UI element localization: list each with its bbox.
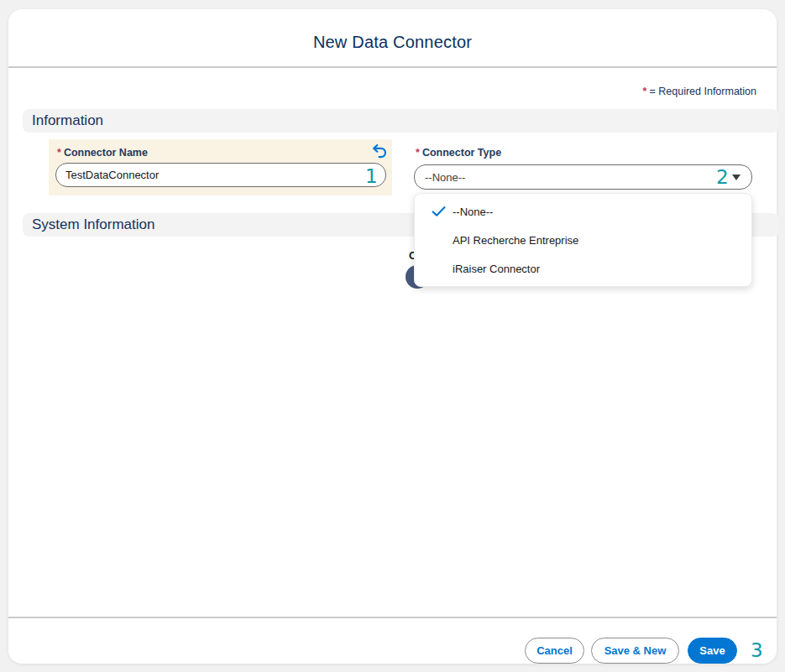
connector-type-selected-value: --None--: [425, 171, 465, 184]
required-information-note: *= Required Information: [643, 86, 756, 97]
connector-name-label: *Connector Name: [57, 147, 148, 159]
cancel-button[interactable]: Cancel: [525, 638, 584, 664]
new-data-connector-modal: New Data Connector *= Required Informati…: [8, 9, 777, 664]
chevron-down-icon: [732, 175, 741, 180]
check-icon: [432, 206, 453, 217]
section-title: System Information: [32, 216, 154, 233]
save-button[interactable]: Save: [688, 638, 737, 664]
annotation-marker-1: 1: [365, 167, 378, 186]
connector-name-field-group: *Connector Name: [49, 139, 392, 195]
header-divider: [8, 66, 777, 68]
connector-type-select[interactable]: --None--: [414, 164, 752, 190]
dropdown-option-label: iRaiser Connector: [453, 263, 540, 275]
required-asterisk: *: [643, 86, 647, 97]
section-title: Information: [32, 112, 103, 129]
connector-type-label: *Connector Type: [416, 147, 501, 159]
dropdown-option-none[interactable]: --None--: [415, 197, 751, 226]
modal-header: New Data Connector: [8, 9, 777, 67]
connector-name-input[interactable]: [55, 163, 386, 187]
section-header-information: Information: [23, 109, 779, 133]
annotation-marker-2: 2: [716, 168, 729, 187]
required-asterisk: *: [416, 147, 420, 159]
save-and-new-button[interactable]: Save & New: [591, 638, 679, 664]
undo-icon[interactable]: [371, 143, 388, 160]
connector-type-dropdown-list: --None-- API Recherche Entreprise iRaise…: [414, 193, 752, 287]
dropdown-option-label: --None--: [453, 206, 493, 218]
dropdown-option-iraiser-connector[interactable]: iRaiser Connector: [415, 254, 751, 283]
annotation-marker-3: 3: [751, 641, 763, 660]
modal-footer: Cancel Save & New Save: [8, 618, 777, 664]
dropdown-option-label: API Recherche Entreprise: [453, 234, 578, 247]
required-note-text: = Required Information: [649, 86, 756, 97]
dropdown-option-api-recherche-entreprise[interactable]: API Recherche Entreprise: [415, 226, 751, 254]
undo-icon: [372, 143, 387, 159]
page-title: New Data Connector: [8, 33, 777, 52]
required-asterisk: *: [57, 147, 61, 159]
